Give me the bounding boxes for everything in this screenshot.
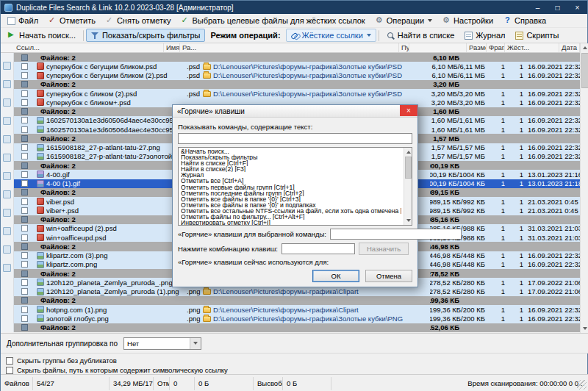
row-checkbox[interactable] xyxy=(21,99,28,106)
dialog-close-icon[interactable]: × xyxy=(400,105,417,116)
column-header[interactable]: Путь xyxy=(399,43,409,52)
row-checkbox[interactable] xyxy=(21,279,28,286)
row-checkbox[interactable] xyxy=(21,315,28,322)
resize-grip[interactable] xyxy=(577,380,587,390)
command-list-item[interactable]: Отметить все остальные NTFS-ссылки на фа… xyxy=(181,208,401,214)
table-row[interactable]: hotpng.com (1).png .png D:\Lenouser\Pict… xyxy=(14,305,580,314)
toolbar-item[interactable]: Журнал xyxy=(459,29,510,42)
toolbar-item[interactable] xyxy=(379,30,379,41)
table-row[interactable]: суперкубок с бегущим бликом.psd .psd D:\… xyxy=(14,62,580,71)
side-tool-icon[interactable] xyxy=(3,154,11,162)
vertical-scrollbar[interactable] xyxy=(580,43,588,333)
side-tool-icon[interactable] xyxy=(3,117,11,125)
command-list-item[interactable]: Отметить все файлы в папке '{0}' и подпа… xyxy=(181,202,401,208)
side-tool-icon[interactable] xyxy=(3,135,11,143)
table-row[interactable]: Файлов: 2 6,10 МБ xyxy=(14,53,580,62)
command-list-item[interactable]: Отметить все [Ctrl+A] xyxy=(181,178,401,184)
column-header[interactable]: Размер/На диске xyxy=(467,43,487,52)
column-header[interactable]: Дата xyxy=(559,43,580,52)
command-list-item[interactable]: Отметить первые файлы групп [Ctrl+1] xyxy=(181,184,401,190)
menu-item[interactable]: Справка xyxy=(498,14,551,27)
side-tool-icon[interactable] xyxy=(3,62,11,70)
side-tool-icon[interactable] xyxy=(3,190,11,198)
table-row[interactable]: Файлов: 2 152,06 КБ xyxy=(14,323,580,332)
row-checkbox[interactable] xyxy=(21,171,28,178)
row-checkbox[interactable] xyxy=(21,234,28,241)
scroll-down-icon[interactable] xyxy=(581,324,588,333)
row-checkbox[interactable] xyxy=(21,72,28,79)
row-checkbox[interactable] xyxy=(21,207,28,214)
commands-list[interactable]: &Начать поиск... Показать/скрыть фильтры… xyxy=(178,147,412,226)
command-list-item[interactable]: Отметить последние файлы групп [Ctrl+2] xyxy=(181,190,401,196)
scrollbar-thumb[interactable] xyxy=(581,53,588,88)
toolbar-item[interactable]: Скрипты xyxy=(510,29,564,42)
command-list-item[interactable]: Показать/скрыть фильтры xyxy=(181,154,401,160)
row-checkbox[interactable] xyxy=(21,198,28,205)
command-list-item[interactable]: Журнал xyxy=(181,172,401,178)
toolbar-item[interactable]: Найти в списке xyxy=(381,29,460,42)
table-row[interactable]: суперкубок с бегущим бликом (2).psd .psd… xyxy=(14,71,580,80)
side-tool-icon[interactable] xyxy=(3,227,11,235)
row-checkbox[interactable] xyxy=(21,180,28,187)
column-header[interactable]: Ра... xyxy=(180,43,399,52)
command-list-item[interactable]: Отметить все файлы в папке '{0}' [Ctrl+3… xyxy=(181,196,401,202)
row-checkbox[interactable] xyxy=(21,306,28,313)
menu-item[interactable]: Снять отметку xyxy=(101,14,176,27)
menu-item[interactable]: Выбрать целевые файлы для жёстких ссылок xyxy=(176,14,370,27)
scrollbar-thumb[interactable] xyxy=(405,157,412,179)
command-filter-input[interactable] xyxy=(178,133,412,144)
toolbar-item[interactable]: Жёсткие ссылки xyxy=(286,29,376,42)
side-tool-icon[interactable] xyxy=(3,98,11,107)
selected-hotkey-input[interactable] xyxy=(330,229,462,240)
command-list-item[interactable]: &Начать поиск... xyxy=(181,148,401,154)
press-combo-input[interactable] xyxy=(282,243,355,254)
column-header[interactable]: Имя файла xyxy=(164,43,180,52)
scroll-down-icon[interactable] xyxy=(404,216,412,225)
table-row[interactable]: Файлов: 2 199,36 КБ xyxy=(14,296,580,305)
toolbar-item[interactable]: Показать/скрыть фильтры xyxy=(86,29,206,42)
hide-groups-checkbox[interactable] xyxy=(6,357,13,365)
row-checkbox[interactable] xyxy=(21,288,28,295)
table-row[interactable]: 120h120_planeta_Zemlya_pruroda (1).png .… xyxy=(14,287,580,296)
grouping-select[interactable]: Нет xyxy=(123,337,201,350)
table-row[interactable]: золотой глобус.png .png D:\Lenouser\Pict… xyxy=(14,314,580,323)
hide-symlink-files-checkbox[interactable] xyxy=(6,367,13,374)
toolbar-item[interactable]: Начать поиск... xyxy=(3,29,81,42)
table-row[interactable]: суперкубок с бликом (2).psd .psd D:\Leno… xyxy=(14,89,580,98)
side-tool-icon[interactable] xyxy=(3,209,11,217)
side-tool-icon[interactable] xyxy=(3,172,11,180)
side-tool-icon[interactable] xyxy=(3,245,11,254)
command-list-item[interactable]: Найти в списке(2) [F3] xyxy=(181,166,401,172)
column-header[interactable] xyxy=(409,43,467,52)
ok-button[interactable]: ОК xyxy=(312,270,359,282)
toolbar-item[interactable]: Режим операций: xyxy=(205,29,285,42)
side-tool-icon[interactable] xyxy=(3,264,11,272)
row-checkbox[interactable] xyxy=(21,261,28,268)
row-checkbox[interactable] xyxy=(21,252,28,259)
menu-item[interactable]: Настройки xyxy=(437,14,498,27)
minimize-button[interactable]: – xyxy=(528,1,548,14)
close-button[interactable]: × xyxy=(567,1,587,14)
row-checkbox[interactable] xyxy=(21,90,28,97)
maximize-button[interactable]: □ xyxy=(548,1,567,14)
command-list-item[interactable]: Отметить файлы по фильтру... [Ctrl+Alt+F… xyxy=(181,214,401,220)
chevron-down-icon[interactable] xyxy=(190,338,201,349)
menu-item[interactable]: Операции xyxy=(370,14,437,27)
scroll-up-icon[interactable] xyxy=(404,148,412,157)
row-checkbox[interactable] xyxy=(21,225,28,232)
side-tool-icon[interactable] xyxy=(3,80,11,88)
command-list-item[interactable]: Инвертировать отметку [Ctrl+I] xyxy=(181,220,401,226)
menu-item[interactable]: Файл xyxy=(2,14,43,27)
row-checkbox[interactable] xyxy=(21,117,28,123)
cancel-button[interactable]: Отмена xyxy=(365,270,412,282)
row-checkbox[interactable] xyxy=(21,153,28,159)
toolbar-item[interactable] xyxy=(83,30,84,41)
table-row[interactable]: Файлов: 2 3,20 МБ xyxy=(14,80,580,89)
assign-button[interactable]: Назначить xyxy=(359,243,409,255)
command-list-item[interactable]: Найти в списке [Ctrl+F] xyxy=(181,160,401,166)
scroll-up-icon[interactable] xyxy=(581,43,588,52)
column-header[interactable]: Фраг... xyxy=(487,43,505,52)
column-header[interactable]: Жёст... xyxy=(505,43,559,52)
row-checkbox[interactable] xyxy=(21,63,28,70)
column-header[interactable]: Ссыл... xyxy=(14,43,164,52)
